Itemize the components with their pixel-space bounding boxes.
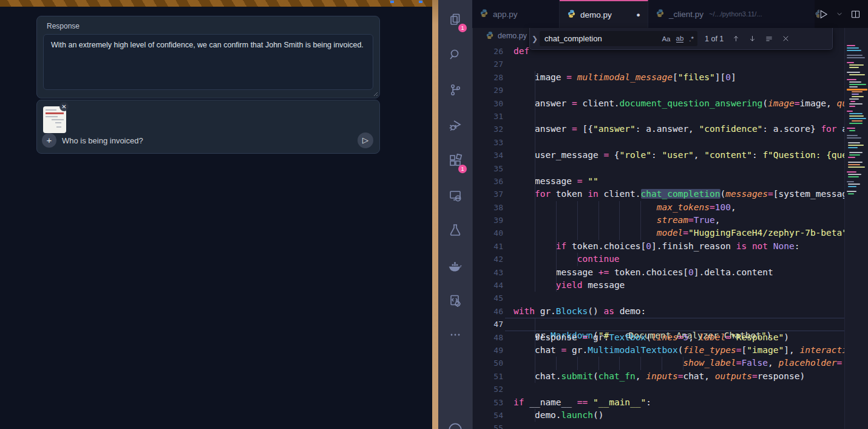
remote-explorer-icon[interactable]	[438, 179, 472, 213]
explorer-icon[interactable]: 1	[438, 2, 472, 36]
close-find-icon[interactable]	[782, 35, 790, 43]
code-line[interactable]: message = ""	[514, 175, 845, 188]
match-case-toggle[interactable]: Aa	[662, 35, 670, 43]
code-line[interactable]: chat = gr.MultimodalTextbox(file_types=[…	[514, 344, 845, 357]
code-line[interactable]: show_label=False, placeholder=	[514, 357, 845, 369]
indent-guide	[577, 201, 578, 214]
overflow-tab-python-icon	[815, 9, 819, 19]
indent-guide	[535, 253, 535, 266]
run-python-file-icon[interactable]	[818, 9, 829, 19]
tab-demo.py[interactable]: demo.py●	[560, 0, 648, 28]
titlebar-speck	[390, 1, 394, 3]
line-number: 26	[472, 45, 503, 58]
find-match-highlight: chat_completion	[641, 189, 721, 199]
find-input[interactable]: chat_completion Aa ab .*	[540, 31, 697, 46]
next-match-icon[interactable]	[748, 35, 756, 43]
breadcrumb-file[interactable]: demo.py	[498, 32, 527, 40]
editor-actions	[815, 0, 868, 28]
code-line[interactable]: user_message = {"role": "user", "content…	[514, 149, 845, 162]
indent-guide	[535, 240, 535, 253]
code-line[interactable]	[514, 84, 845, 97]
response-label: Response	[47, 22, 80, 30]
code-line[interactable]: chat.submit(chat_fn, inputs=chat, output…	[514, 370, 845, 383]
indent-guide	[535, 409, 535, 422]
code-line[interactable]: answer = [{"answer": a.answer, "confiden…	[514, 123, 845, 136]
code-tool-icon[interactable]	[438, 284, 472, 318]
indent-guide	[556, 253, 557, 266]
code-line[interactable]	[514, 162, 845, 175]
find-results-count: 1 of 1	[705, 35, 724, 43]
chat-input[interactable]: Who is being invoiced?	[62, 136, 143, 145]
code-line[interactable]: demo.launch()	[514, 409, 845, 422]
code-line[interactable]: image = multimodal_message["files"][0]	[514, 71, 845, 84]
indent-guide	[535, 227, 535, 239]
add-file-button[interactable]: +	[42, 133, 56, 148]
run-debug-icon[interactable]	[438, 108, 472, 142]
code-line[interactable]	[514, 58, 845, 70]
code-line[interactable]: answer = client.document_question_answer…	[514, 97, 845, 110]
code-line[interactable]: if __name__ == "__main__":	[514, 396, 845, 409]
whole-word-toggle[interactable]: ab	[676, 35, 684, 43]
indent-guide	[577, 357, 578, 369]
code-line[interactable]: if token.choices[0].finish_reason is not…	[514, 240, 845, 253]
indent-guide	[556, 201, 557, 214]
code-line[interactable]: stream=True,	[514, 214, 845, 227]
indent-guide	[535, 123, 535, 136]
search-icon[interactable]	[438, 38, 472, 72]
split-editor-icon[interactable]	[850, 9, 861, 19]
account-icon[interactable]	[438, 411, 472, 429]
code-line[interactable]: max_tokens=100,	[514, 201, 845, 214]
tab-app.py[interactable]: app.py	[472, 0, 560, 28]
code-line[interactable]	[514, 422, 845, 429]
more-actions-icon[interactable]	[438, 318, 472, 352]
indent-guide	[535, 266, 535, 279]
line-number: 50	[472, 357, 503, 369]
tab-label: demo.py	[580, 10, 612, 19]
code-line[interactable]: continue	[514, 253, 845, 266]
response-textarea[interactable]: With an extremely high level of confiden…	[43, 34, 373, 90]
code-line[interactable]	[514, 136, 845, 149]
source-control-icon[interactable]	[438, 73, 472, 107]
line-number: 46	[472, 305, 503, 318]
minimap[interactable]	[844, 28, 868, 429]
code-line[interactable]	[514, 383, 845, 396]
run-dropdown-chevron-icon[interactable]	[836, 11, 843, 17]
previous-match-icon[interactable]	[732, 35, 740, 43]
python-file-icon	[567, 9, 576, 20]
regex-toggle[interactable]: .*	[689, 35, 694, 43]
remove-attachment-icon[interactable]: ✕	[59, 102, 69, 111]
gradio-app-pane: Response With an extremely high level of…	[0, 0, 432, 429]
find-in-selection-icon[interactable]	[765, 35, 773, 43]
tab-_client.py[interactable]: _client.py~/.../python3.11/...	[648, 0, 824, 28]
explorer-badge: 1	[458, 24, 467, 32]
toggle-replace-chevron-icon[interactable]: ❯	[530, 35, 540, 43]
code-line[interactable]: for token in client.chat_completion(mess…	[514, 188, 845, 201]
line-number: 30	[472, 97, 503, 110]
tab-path: ~/.../python3.11/...	[709, 10, 762, 18]
code-line[interactable]: gr.Markdown("# Document Analyzer Chatbot…	[514, 318, 845, 331]
titlebar-speck	[419, 1, 422, 3]
send-button[interactable]: ▷	[358, 132, 373, 148]
indent-guide	[535, 370, 535, 383]
code-line[interactable]	[514, 110, 845, 123]
resize-handle[interactable]	[372, 91, 378, 96]
modified-dot-icon[interactable]: ●	[636, 11, 640, 18]
code-line[interactable]: response = gr.Textbox(lines=5, label="Re…	[514, 331, 845, 344]
extensions-icon[interactable]: 1	[438, 143, 472, 177]
indent-guide	[598, 214, 599, 227]
line-number: 48	[472, 331, 503, 344]
code-line[interactable]: message += token.choices[0].delta.conten…	[514, 266, 845, 279]
code-line[interactable]: with gr.Blocks() as demo:	[514, 305, 845, 318]
line-number: 36	[472, 175, 503, 188]
chat-input-block: ✕ + Who is being invoiced? ▷	[36, 100, 380, 154]
code-line[interactable]	[514, 292, 845, 304]
code-line[interactable]: yield message	[514, 279, 845, 292]
find-query-text[interactable]: chat_completion	[544, 34, 656, 43]
docker-icon[interactable]	[438, 249, 472, 283]
testing-beaker-icon[interactable]	[438, 213, 472, 247]
code-line[interactable]: model="HuggingFaceH4/zephyr-7b-beta"	[514, 227, 845, 239]
line-number: 45	[472, 292, 503, 304]
pane-divider[interactable]	[432, 0, 438, 429]
indent-guide	[535, 331, 535, 344]
code-editor[interactable]: def image = multimodal_message["files"][…	[514, 45, 845, 429]
